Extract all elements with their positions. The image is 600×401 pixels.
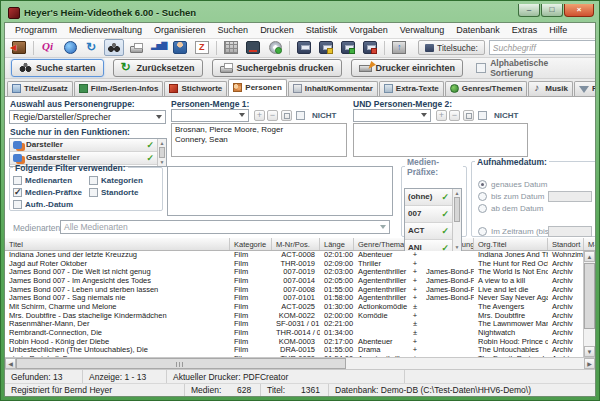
menge1-nicht-checkbox[interactable]: NICHT xyxy=(296,111,336,120)
table-row[interactable]: James Bond 007 - Sag niemals nie Film 00… xyxy=(5,294,585,303)
maximize-button[interactable]: □ xyxy=(541,4,563,17)
table-vertical-scrollbar[interactable]: ▲ ▼ xyxy=(583,251,595,357)
column-header[interactable]: Org.Titel xyxy=(474,238,548,250)
column-header[interactable]: Standort xyxy=(548,238,584,250)
praefix-item[interactable]: ACT ✓ xyxy=(405,223,452,240)
column-header[interactable]: M-Art xyxy=(584,238,596,250)
scroll-up-icon[interactable]: ▲ xyxy=(584,251,595,262)
menu-item[interactable]: Verwaltung xyxy=(394,25,451,35)
scroll-thumb[interactable] xyxy=(584,263,595,329)
menge2-nicht-checkbox[interactable]: NICHT xyxy=(478,111,518,120)
tv-button[interactable] xyxy=(243,39,263,56)
cd-button[interactable] xyxy=(265,39,285,56)
cassette2-button[interactable] xyxy=(316,39,336,56)
reset-button[interactable]: Zurücksetzen xyxy=(113,59,203,77)
menge2-names-box[interactable] xyxy=(353,123,528,157)
search-input[interactable] xyxy=(489,40,596,55)
datum-input-1[interactable] xyxy=(548,191,592,202)
chart-button[interactable] xyxy=(148,39,168,56)
personengruppe-select[interactable]: Regie/Darsteller/Sprecher xyxy=(9,110,166,124)
column-header[interactable]: Titel xyxy=(5,238,230,250)
table-row[interactable]: Unbestechlichen (The Untouchables), Die … xyxy=(5,346,585,355)
table-row[interactable]: James Bond 007 - Die Welt ist nicht genu… xyxy=(5,268,585,277)
cassette3-button[interactable] xyxy=(338,39,358,56)
titelsuche-button[interactable]: Titelsuche: xyxy=(418,40,485,55)
table-row[interactable]: Rasenmäher-Mann, Der Film SF-0031 / 01 0… xyxy=(5,320,585,329)
table-row[interactable]: Rembrandt-Connection, Die Film THR-0014 … xyxy=(5,329,585,338)
praefixe-scrollbar[interactable]: ▲ ▼ xyxy=(452,189,461,251)
table-row[interactable]: James Bond 007 - Im Angesicht des Todes … xyxy=(5,277,585,286)
datum-input-2[interactable] xyxy=(548,226,592,237)
menu-item[interactable]: Suchen xyxy=(212,25,255,35)
tab-comment[interactable]: Inhalt/Kommentar xyxy=(288,81,378,96)
menu-item[interactable]: Vorgaben xyxy=(343,25,394,35)
filter-checkbox[interactable]: Kategorien xyxy=(89,175,155,187)
remove-person-button-2[interactable]: − xyxy=(449,110,460,121)
scroll-up-icon[interactable]: ▲ xyxy=(453,189,461,197)
column-header[interactable]: Genre/Thema xyxy=(354,238,408,250)
scroll-down-icon[interactable]: ▼ xyxy=(453,243,461,251)
radio-im-zeitraum[interactable]: Im Zeitraum (bis:) xyxy=(478,227,554,236)
scroll-thumb[interactable] xyxy=(16,358,346,369)
scroll-thumb[interactable] xyxy=(454,197,460,222)
cassette1-button[interactable] xyxy=(294,39,314,56)
table-row[interactable]: Jagd auf Roter Oktober Film THR-0019 02:… xyxy=(5,260,585,269)
menge2-select[interactable] xyxy=(353,109,431,122)
tab-film[interactable]: Film-/Serien-Infos xyxy=(74,81,164,96)
radio-genaues-datum[interactable]: genaues Datum xyxy=(478,180,547,189)
medienarten-select[interactable]: Alle Medienarten xyxy=(60,220,390,234)
menu-item[interactable]: Programm xyxy=(9,25,63,35)
tab-keyword[interactable]: Stichworte xyxy=(164,81,227,96)
menu-item[interactable]: Datenbank xyxy=(450,25,506,35)
praefix-item[interactable]: 007 ✓ xyxy=(405,206,452,223)
menge1-select[interactable] xyxy=(171,109,249,122)
table-row[interactable]: James Bond 007 - Leben und sterben lasse… xyxy=(5,286,585,295)
menu-item[interactable]: Organisieren xyxy=(148,25,212,35)
media-button[interactable] xyxy=(221,39,241,56)
export-button[interactable] xyxy=(389,39,409,56)
scroll-up-icon[interactable]: ▲ xyxy=(158,139,166,147)
funktion-item[interactable]: Darsteller ✓ xyxy=(10,139,157,152)
print-results-button[interactable]: Suchergebnis drucken xyxy=(212,59,342,77)
menu-item[interactable]: Medienverwaltung xyxy=(63,25,148,35)
clear-list-button-2[interactable] xyxy=(463,110,474,121)
table-row[interactable]: Mit Schirm, Charme und Melone Film ACT-0… xyxy=(5,303,585,312)
table-row[interactable]: Mrs. Doubtfire - Das stachelige Kindermä… xyxy=(5,312,585,321)
start-search-button[interactable]: Suche starten xyxy=(11,59,104,77)
filter-checkbox[interactable]: Medien-Präfixe xyxy=(13,187,89,199)
refresh-button[interactable] xyxy=(82,39,102,56)
clear-list-button[interactable] xyxy=(281,110,292,121)
alphabetical-sort-checkbox[interactable]: Alphabetische Sortierung xyxy=(476,58,589,78)
column-header[interactable]: M-Nr/Pos. xyxy=(272,238,320,250)
menu-item[interactable]: Drucken xyxy=(254,25,300,35)
qi-button[interactable] xyxy=(38,39,58,56)
tab-genre[interactable]: Genres/Themen xyxy=(445,81,527,96)
scroll-down-icon[interactable]: ▼ xyxy=(584,346,595,357)
radio-ab-dem-datum[interactable]: ab dem Datum xyxy=(478,204,543,213)
zdoc-button[interactable] xyxy=(192,39,212,56)
filter-checkbox[interactable]: Aufn.-Datum xyxy=(13,199,89,211)
column-header[interactable]: Kategorie xyxy=(230,238,272,250)
tab-doc[interactable]: Titel/Zusatz xyxy=(7,81,73,96)
user-button[interactable] xyxy=(170,39,190,56)
funktionen-scrollbar[interactable]: ▲ ▼ xyxy=(157,139,166,166)
menu-item[interactable]: Extras xyxy=(506,25,544,35)
printer-setup-button[interactable]: Drucker einrichten xyxy=(351,59,464,77)
printer-button[interactable] xyxy=(126,39,146,56)
remove-person-button[interactable]: − xyxy=(267,110,278,121)
cassette4-button[interactable] xyxy=(360,39,380,56)
table-row[interactable]: Robin Hood - König der Diebe Film KOM-00… xyxy=(5,338,585,347)
tab-people[interactable]: Personen xyxy=(228,79,286,96)
exit-button[interactable] xyxy=(9,39,29,56)
menu-item[interactable]: Hilfe xyxy=(543,25,573,35)
filter-checkbox[interactable]: Medienarten xyxy=(13,175,89,187)
table-horizontal-scrollbar[interactable]: ◀ ▶ xyxy=(5,357,595,369)
filter-checkbox[interactable]: Standorte xyxy=(89,187,155,199)
tab-funnel[interactable]: Filter xyxy=(574,81,596,96)
praefix-item[interactable]: (ohne) ✓ xyxy=(405,189,452,206)
tab-extra[interactable]: Extra-Texte xyxy=(379,81,444,96)
scroll-thumb[interactable] xyxy=(159,147,165,158)
minimize-button[interactable]: – xyxy=(518,4,540,17)
kategorien-empty-list[interactable] xyxy=(167,166,393,216)
add-person-button-2[interactable]: + xyxy=(436,110,447,121)
